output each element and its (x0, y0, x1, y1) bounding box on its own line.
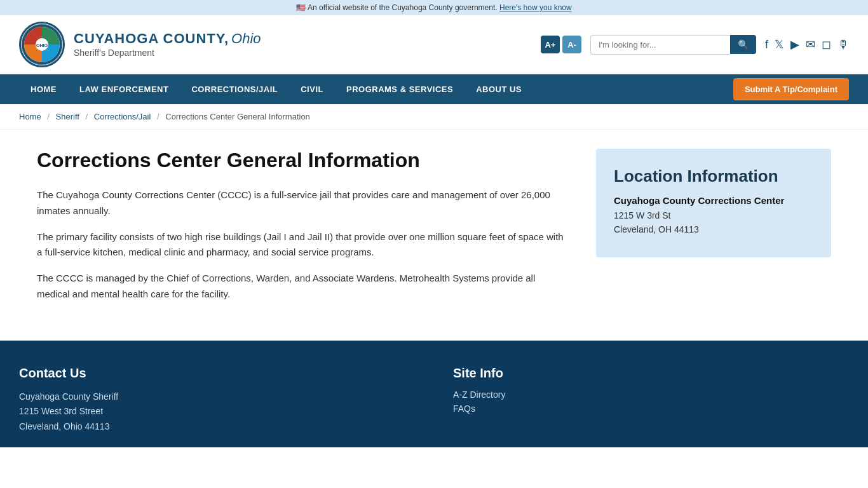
footer-contact-heading: Contact Us (19, 366, 415, 381)
nav-programs-services[interactable]: PROGRAMS & SERVICES (335, 74, 465, 104)
search-area: 🔍 (590, 35, 756, 55)
footer-faqs[interactable]: FAQs (453, 403, 849, 414)
content-text: The Cuyahoga County Corrections Center (… (37, 187, 571, 302)
main-nav: HOME LAW ENFORCEMENT CORRECTIONS/JAIL CI… (0, 74, 868, 104)
footer-address1: 1215 West 3rd Street (19, 406, 103, 416)
search-input[interactable] (590, 35, 730, 55)
nav-corrections-jail[interactable]: CORRECTIONS/JAIL (180, 74, 289, 104)
footer-inner: Contact Us Cuyahoga County Sheriff 1215 … (19, 366, 849, 435)
page-title: Corrections Center General Information (37, 149, 571, 172)
paragraph-2: The primary facility consists of two hig… (37, 229, 571, 261)
footer-site-info-heading: Site Info (453, 366, 849, 381)
font-size-controls: A+ A- (541, 36, 581, 53)
submit-tip-button[interactable]: Submit A Tip/Complaint (733, 78, 849, 100)
breadcrumb-sep-3: / (157, 112, 159, 121)
breadcrumb-sep-1: / (47, 112, 50, 121)
header-right: A+ A- 🔍 f 𝕏 ▶ ✉ ◻ 🎙 (541, 35, 849, 55)
address-line1: 1215 W 3rd St (614, 210, 671, 220)
nav-home[interactable]: HOME (19, 74, 68, 104)
nav-items: HOME LAW ENFORCEMENT CORRECTIONS/JAIL CI… (19, 74, 733, 104)
content-left: Corrections Center General Information T… (37, 149, 571, 302)
nav-about-us[interactable]: ABOUT US (465, 74, 533, 104)
logo-area: OHIO CUYAHOGA COUNTY, Ohio Sheriff's Dep… (19, 22, 541, 67)
address-line2: Cleveland, OH 44113 (614, 224, 699, 234)
location-title: Location Information (614, 166, 813, 186)
breadcrumb-sep-2: / (86, 112, 88, 121)
instagram-icon[interactable]: ◻ (822, 37, 831, 51)
footer-address2: Cleveland, Ohio 44113 (19, 421, 109, 431)
how-to-know-link[interactable]: Here's how you know (499, 3, 572, 12)
font-decrease-button[interactable]: A- (562, 36, 581, 53)
footer-site-info-col: Site Info A-Z Directory FAQs (453, 366, 849, 435)
breadcrumb-home[interactable]: Home (19, 112, 41, 121)
ohio-italic: Ohio (231, 30, 261, 46)
top-banner: 🇺🇸 An official website of the Cuyahoga C… (0, 0, 868, 15)
banner-text: An official website of the Cuyahoga Coun… (308, 3, 498, 12)
footer-contact-col: Contact Us Cuyahoga County Sheriff 1215 … (19, 366, 415, 435)
header: OHIO CUYAHOGA COUNTY, Ohio Sheriff's Dep… (0, 15, 868, 74)
svg-text:OHIO: OHIO (36, 43, 48, 48)
font-increase-button[interactable]: A+ (541, 36, 560, 53)
paragraph-1: The Cuyahoga County Corrections Center (… (37, 187, 571, 219)
main-content: Corrections Center General Information T… (18, 130, 850, 341)
youtube-icon[interactable]: ▶ (790, 37, 799, 51)
podcast-icon[interactable]: 🎙 (837, 38, 849, 51)
county-name: CUYAHOGA COUNTY, (74, 30, 229, 46)
flag-icon: 🇺🇸 (296, 3, 306, 12)
footer-contact-info: Cuyahoga County Sheriff 1215 West 3rd St… (19, 390, 415, 435)
sidebar: Location Information Cuyahoga County Cor… (596, 149, 831, 302)
facebook-icon[interactable]: f (765, 38, 768, 51)
site-title: CUYAHOGA COUNTY, Ohio Sheriff's Departme… (74, 30, 261, 58)
county-seal-icon: OHIO (21, 24, 63, 65)
breadcrumb: Home / Sheriff / Corrections/Jail / Corr… (0, 104, 868, 130)
location-address: 1215 W 3rd St Cleveland, OH 44113 (614, 208, 813, 237)
breadcrumb-current: Corrections Center General Information (165, 112, 310, 121)
nav-law-enforcement[interactable]: LAW ENFORCEMENT (68, 74, 180, 104)
search-button[interactable]: 🔍 (730, 35, 756, 54)
nav-civil[interactable]: CIVIL (289, 74, 335, 104)
location-name: Cuyahoga County Corrections Center (614, 195, 813, 206)
paragraph-3: The CCCC is managed by the Chief of Corr… (37, 271, 571, 302)
breadcrumb-sheriff[interactable]: Sheriff (56, 112, 79, 121)
location-box: Location Information Cuyahoga County Cor… (596, 149, 831, 257)
social-icons: f 𝕏 ▶ ✉ ◻ 🎙 (765, 37, 849, 51)
footer-contact-name: Cuyahoga County Sheriff (19, 391, 118, 402)
footer: Contact Us Cuyahoga County Sheriff 1215 … (0, 341, 868, 447)
footer-az-directory[interactable]: A-Z Directory (453, 390, 849, 400)
dept-name: Sheriff's Department (74, 48, 261, 58)
logo-circle: OHIO (19, 22, 65, 67)
twitter-icon[interactable]: 𝕏 (775, 37, 784, 51)
email-icon[interactable]: ✉ (806, 37, 815, 51)
breadcrumb-corrections-jail[interactable]: Corrections/Jail (94, 112, 151, 121)
